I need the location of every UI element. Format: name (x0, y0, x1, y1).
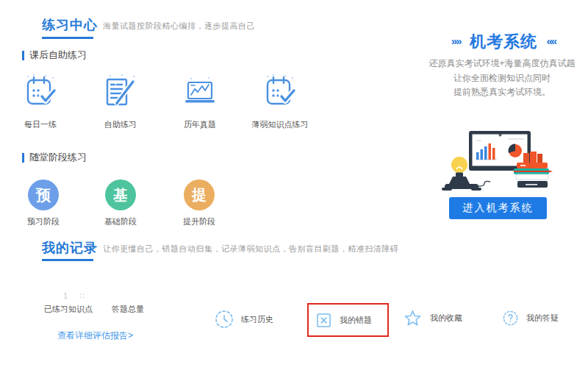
stage-preview[interactable]: 预 预习阶段 (3, 179, 84, 227)
quicklink-label: 我的收藏 (430, 313, 462, 324)
exam-desc-line: 让你全面检测知识点同时 (420, 71, 584, 86)
section-label-stage: 随堂阶段练习 (22, 151, 87, 164)
card-self-practice[interactable]: 自助练习 (80, 72, 161, 130)
blue-bar-icon (22, 51, 24, 60)
quicklink-my-questions[interactable]: 我的答疑 (503, 310, 559, 326)
desk-study-illustration-icon (437, 116, 584, 193)
section-label-selfhelp: 课后自助练习 (22, 49, 87, 62)
my-records-subtitle: 让你更懂自己，错题自动归集，记录薄弱知识点，告别盲目刷题，精准扫清障碍 (103, 243, 399, 255)
quicklink-label: 我的答疑 (526, 313, 559, 324)
card-past-exams[interactable]: 历年真题 (159, 72, 240, 130)
clock-icon (215, 310, 234, 329)
quicklink-my-favorites[interactable]: 我的收藏 (404, 309, 462, 327)
double-arrow-right-icon: » (456, 35, 460, 47)
star-icon (404, 309, 422, 327)
my-records-underline (42, 259, 93, 261)
stat-value-answers: ∷ (79, 291, 85, 301)
stage-label: 提升阶段 (183, 216, 215, 227)
enter-exam-system-button[interactable]: 进入机考系统 (449, 197, 547, 219)
practice-center-title: 练习中心 (42, 16, 98, 34)
exam-system-header: »» 机考系统 «« (426, 31, 581, 53)
stage-label: 随堂阶段练习 (29, 151, 87, 164)
card-weak-points[interactable]: 薄弱知识点练习 (240, 72, 320, 130)
laptop-chart-icon (182, 72, 218, 110)
stat-label-knowledge: 已练习知识点 (44, 304, 93, 315)
question-icon (503, 310, 518, 326)
stage-label: 预习阶段 (27, 216, 60, 227)
double-arrow-left-icon: « (551, 35, 556, 47)
card-label: 每日一练 (24, 119, 57, 130)
stage-label: 基础阶段 (104, 216, 137, 227)
exam-system-description: 还原真实考试环境+海量高度仿真试题 让你全面检测知识点同时 提前熟悉真实考试环境… (420, 57, 584, 100)
practice-center-underline (42, 37, 93, 39)
card-label: 薄弱知识点练习 (252, 119, 309, 130)
stage-basic[interactable]: 基 基础阶段 (80, 179, 161, 227)
stage-improve[interactable]: 提 提升阶段 (159, 179, 240, 227)
wrong-box-icon (316, 313, 331, 328)
quicklink-my-wrong-questions[interactable]: 我的错题 (316, 313, 372, 328)
practice-center-subtitle: 海量试题按阶段精心编排，逐步提高自己 (103, 21, 255, 32)
view-report-link[interactable]: 查看详细评估报告> (57, 330, 133, 342)
exam-illustration (437, 116, 584, 196)
card-label: 自助练习 (104, 119, 137, 130)
quicklink-label: 练习历史 (241, 314, 273, 325)
card-label: 历年真题 (184, 119, 216, 130)
blue-bar-icon (22, 153, 24, 163)
stat-label-answers: 答题总量 (112, 304, 144, 315)
quicklink-practice-history[interactable]: 练习历史 (215, 310, 273, 329)
stat-value-knowledge: 1 (63, 291, 68, 300)
exam-desc-line: 提前熟悉真实考试环境。 (420, 85, 584, 100)
exam-desc-line: 还原真实考试环境+海量高度仿真试题 (420, 57, 584, 71)
calendar-check-icon (262, 72, 298, 110)
notebook-pen-icon (103, 72, 138, 110)
card-daily-practice[interactable]: 每日一练 (0, 72, 81, 130)
exam-system-title: 机考系统 (470, 32, 537, 51)
practice-center-page: 练习中心 海量试题按阶段精心编排，逐步提高自己 课后自助练习 每日一练 (0, 0, 588, 370)
quicklink-label: 我的错题 (340, 315, 372, 326)
my-records-title: 我的记录 (42, 239, 98, 257)
stage-badge-icon: 基 (105, 179, 136, 210)
stage-badge-icon: 预 (28, 179, 59, 210)
stage-badge-icon: 提 (184, 179, 215, 210)
selfhelp-label: 课后自助练习 (29, 49, 87, 62)
calendar-check-icon (23, 72, 58, 110)
